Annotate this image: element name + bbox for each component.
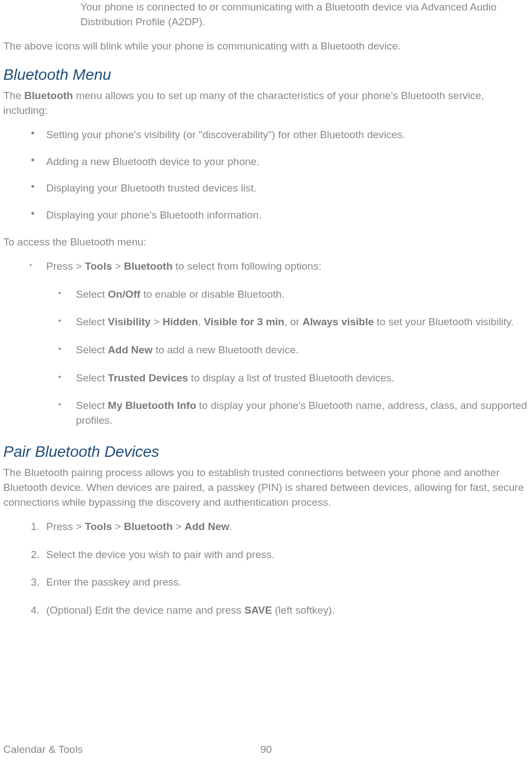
bluetooth-options: Select On/Off to enable or disable Bluet… <box>58 287 529 428</box>
access-step: Press > Tools > Bluetooth to select from… <box>31 259 529 274</box>
bluetooth-menu-bullets: Setting your phone's visibility (or "dis… <box>31 128 529 222</box>
option-item: Select Add New to add a new Bluetooth de… <box>58 343 529 358</box>
text-bold: Hidden <box>163 316 198 327</box>
text-bold: Tools <box>85 521 112 532</box>
option-item: Select Visibility > Hidden, Visible for … <box>58 315 529 330</box>
text-fragment: (left softkey). <box>272 604 334 616</box>
text-fragment: Select <box>76 316 108 327</box>
text-fragment: (Optional) Edit the device name and pres… <box>46 604 244 616</box>
text-fragment: > <box>112 521 124 532</box>
access-bluetooth-label: To access the Bluetooth menu: <box>3 235 529 250</box>
text-fragment: . <box>229 521 232 532</box>
text-bold: Add New <box>184 521 229 532</box>
blink-description: The above icons will blink while your ph… <box>3 39 529 54</box>
page-footer: Calendar & Tools 90 <box>3 742 529 757</box>
text-bold: Visible for 3 min <box>204 316 284 327</box>
text-bold: Visibility <box>108 316 151 327</box>
option-item: Select My Bluetooth Info to display your… <box>58 398 529 428</box>
pair-bluetooth-heading: Pair Bluetooth Devices <box>3 441 529 462</box>
text-fragment: Press > <box>46 521 85 532</box>
text-fragment: to display a list of trusted Bluetooth d… <box>188 372 394 384</box>
text-fragment: Select <box>76 344 108 356</box>
text-bold: My Bluetooth Info <box>108 400 196 411</box>
text-fragment: Press > <box>46 260 85 272</box>
press-step: Press > Tools > Bluetooth to select from… <box>31 259 529 274</box>
a2dp-description: Your phone is connected to or communicat… <box>80 0 529 29</box>
text-bold: Tools <box>85 260 112 272</box>
text-fragment: Select <box>76 400 108 411</box>
text-bold: Bluetooth <box>24 90 73 101</box>
text-fragment: , or <box>284 316 303 327</box>
bluetooth-menu-intro: The Bluetooth menu allows you to set up … <box>3 89 529 118</box>
option-item: Select Trusted Devices to display a list… <box>58 371 529 386</box>
text-fragment: Select <box>76 288 108 300</box>
text-fragment: to select from following options: <box>173 260 321 272</box>
option-item: Select On/Off to enable or disable Bluet… <box>58 287 529 302</box>
bullet-item: Adding a new Bluetooth device to your ph… <box>31 155 529 170</box>
text-fragment: > <box>112 260 124 272</box>
text-fragment: to set your Bluetooth visibility. <box>374 316 514 327</box>
text-fragment: Select <box>76 372 108 384</box>
bullet-item: Displaying your Bluetooth trusted device… <box>31 181 529 196</box>
bluetooth-menu-heading: Bluetooth Menu <box>3 64 529 85</box>
text-fragment: to add a new Bluetooth device. <box>152 344 298 356</box>
text-fragment: to enable or disable Bluetooth. <box>140 288 284 300</box>
text-fragment: > <box>151 316 163 327</box>
numbered-step: Press > Tools > Bluetooth > Add New. <box>31 520 529 534</box>
numbered-step: Select the device you wish to pair with … <box>31 548 529 562</box>
page-number: 90 <box>260 742 272 757</box>
numbered-step: Enter the passkey and press. <box>31 575 529 590</box>
text-bold: Add New <box>108 344 152 356</box>
text-bold: Bluetooth <box>124 260 173 272</box>
text-bold: SAVE <box>244 604 272 616</box>
text-bold: Always visible <box>303 316 374 327</box>
text-bold: Bluetooth <box>124 521 173 532</box>
text-fragment: > <box>173 521 185 532</box>
text-bold: Trusted Devices <box>108 372 188 384</box>
pair-bluetooth-intro: The Bluetooth pairing process allows you… <box>3 466 529 510</box>
text-fragment: menu allows you to set up many of the ch… <box>3 90 484 116</box>
pair-steps: Press > Tools > Bluetooth > Add New. Sel… <box>31 520 529 618</box>
text-bold: On/Off <box>108 288 140 300</box>
bullet-item: Setting your phone's visibility (or "dis… <box>31 128 529 143</box>
footer-section: Calendar & Tools <box>3 744 83 755</box>
text-fragment: , <box>198 316 204 327</box>
text-fragment: The <box>3 90 24 101</box>
bullet-item: Displaying your phone's Bluetooth inform… <box>31 208 529 223</box>
numbered-step: (Optional) Edit the device name and pres… <box>31 603 529 618</box>
